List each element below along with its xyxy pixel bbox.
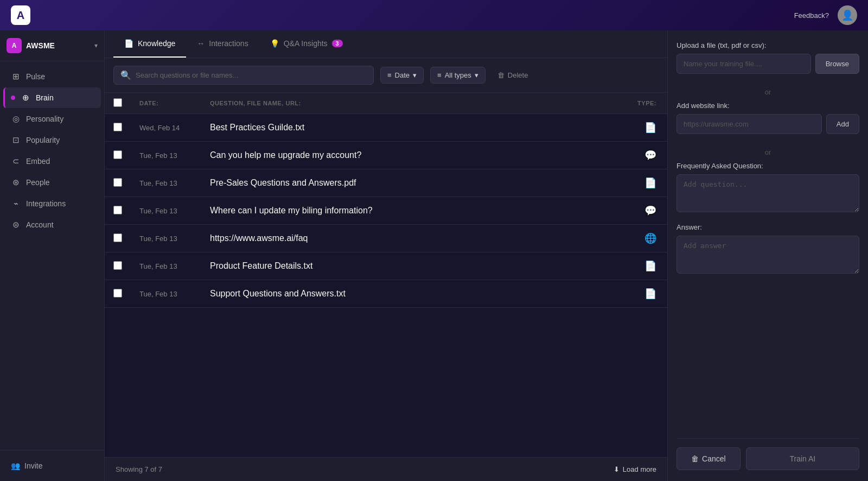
sidebar-item-people[interactable]: ⊛ People [3, 172, 101, 193]
row-name: Product Feature Details.txt [201, 252, 629, 280]
invite-button[interactable]: 👥 Invite [7, 457, 98, 474]
website-link-row: Add [676, 114, 859, 134]
row-date: Tue, Feb 13 [131, 252, 201, 280]
row-date: Tue, Feb 13 [131, 280, 201, 308]
row-checkbox[interactable] [113, 261, 122, 270]
topbar-right: Feedback? 👤 [794, 5, 857, 25]
row-type: 📄 [629, 114, 667, 142]
tab-label: Interactions [209, 39, 248, 48]
avatar[interactable]: 👤 [838, 5, 857, 25]
answer-section: Answer: [676, 223, 859, 276]
name-column-header: QUESTION, FILE NAME, URL: [201, 93, 629, 114]
website-link-section: Add website link: Add [676, 102, 859, 134]
row-checkbox[interactable] [113, 233, 122, 242]
add-website-button[interactable]: Add [826, 114, 859, 134]
type-icon: 🌐 [644, 233, 656, 244]
table-container: DATE: QUESTION, FILE NAME, URL: TYPE: We… [105, 93, 667, 457]
faq-label: Frequently Asked Question: [676, 162, 859, 170]
row-date: Wed, Feb 14 [131, 114, 201, 142]
tab-label: Knowledge [138, 39, 175, 48]
sidebar-item-personality[interactable]: ◎ Personality [3, 109, 101, 129]
sidebar-item-integrations[interactable]: ⌁ Integrations [3, 193, 101, 214]
row-name: Can you help me upgrade my account? [201, 142, 629, 169]
type-filter-icon: ≡ [437, 71, 442, 79]
personality-icon: ◎ [11, 114, 21, 124]
sidebar-item-embed[interactable]: ⊂ Embed [3, 151, 101, 172]
row-name: https://www.awsme.ai/faq [201, 225, 629, 252]
row-checkbox-cell [105, 225, 131, 252]
answer-input[interactable] [676, 236, 859, 274]
delete-button[interactable]: 🗑 Delete [492, 67, 534, 83]
logo: A [11, 5, 30, 25]
row-checkbox[interactable] [113, 150, 122, 159]
train-ai-button[interactable]: Train AI [746, 447, 859, 470]
file-name-input[interactable] [676, 54, 811, 74]
row-date: Tue, Feb 13 [131, 197, 201, 225]
workspace-selector[interactable]: A AWSME ▾ [0, 30, 104, 61]
type-column-header: TYPE: [629, 93, 667, 114]
website-url-input[interactable] [676, 114, 822, 134]
showing-count: Showing 7 of 7 [116, 465, 162, 473]
main-layout: A AWSME ▾ ⊞ Pulse ⊕ Brain ◎ Personality … [0, 30, 868, 481]
row-type: 📄 [629, 280, 667, 308]
row-checkbox-cell [105, 252, 131, 280]
row-type: 📄 [629, 252, 667, 280]
load-more-button[interactable]: ⬇ Load more [614, 465, 656, 473]
table-row: Tue, Feb 13 Pre-Sales Questions and Answ… [105, 169, 667, 197]
sidebar-item-brain[interactable]: ⊕ Brain [3, 87, 101, 108]
pulse-icon: ⊞ [11, 72, 21, 81]
row-checkbox[interactable] [113, 178, 122, 187]
type-icon: 📄 [644, 178, 656, 188]
sidebar-item-account[interactable]: ⊜ Account [3, 214, 101, 235]
row-type: 💬 [629, 142, 667, 169]
sidebar-bottom: 👥 Invite [0, 450, 104, 481]
sidebar-item-label: Popularity [26, 136, 60, 144]
sidebar-item-label: People [26, 178, 50, 187]
sidebar-item-popularity[interactable]: ⊡ Popularity [3, 130, 101, 150]
table-toolbar: 🔍 ≡ Date ▾ ≡ All types ▾ 🗑 Delete [105, 58, 667, 93]
date-column-header: DATE: [131, 93, 201, 114]
cancel-label: Cancel [702, 454, 726, 463]
search-box: 🔍 [113, 66, 374, 85]
active-dot [11, 96, 15, 100]
row-name: Pre-Sales Questions and Answers.pdf [201, 169, 629, 197]
delete-label: Delete [508, 71, 528, 79]
interactions-tab-icon: ↔ [197, 39, 205, 48]
date-filter-button[interactable]: ≡ Date ▾ [380, 67, 424, 84]
tab-interactions[interactable]: ↔ Interactions [186, 30, 259, 58]
row-date: Tue, Feb 13 [131, 169, 201, 197]
sidebar-item-pulse[interactable]: ⊞ Pulse [3, 66, 101, 87]
row-checkbox[interactable] [113, 289, 122, 298]
table-row: Tue, Feb 13 Support Questions and Answer… [105, 280, 667, 308]
row-checkbox-cell [105, 280, 131, 308]
type-icon: 📄 [644, 122, 656, 133]
brain-icon: ⊕ [21, 93, 30, 103]
embed-icon: ⊂ [11, 156, 21, 166]
or-divider-2: or [676, 148, 859, 156]
browse-button[interactable]: Browse [815, 54, 859, 74]
or-divider-1: or [676, 88, 859, 96]
chevron-down-icon: ▾ [413, 71, 417, 79]
knowledge-tab-icon: 📄 [124, 39, 133, 48]
feedback-button[interactable]: Feedback? [794, 11, 829, 20]
row-type: 💬 [629, 197, 667, 225]
faq-section: Frequently Asked Question: [676, 162, 859, 214]
sidebar-item-label: Account [26, 220, 54, 229]
tab-qa-insights[interactable]: 💡 Q&A Insights 3 [259, 30, 354, 58]
tab-knowledge[interactable]: 📄 Knowledge [113, 30, 186, 58]
row-checkbox[interactable] [113, 206, 122, 214]
row-checkbox[interactable] [113, 123, 122, 131]
sidebar-item-label: Integrations [26, 199, 66, 208]
type-icon: 💬 [644, 205, 656, 216]
workspace-name: AWSME [26, 41, 90, 50]
select-all-checkbox[interactable] [113, 98, 122, 107]
search-input[interactable] [136, 71, 367, 79]
topbar: A Feedback? 👤 [0, 0, 868, 30]
table-row: Tue, Feb 13 Product Feature Details.txt … [105, 252, 667, 280]
cancel-icon: 🗑 [691, 454, 699, 463]
tab-label: Q&A Insights [284, 39, 328, 48]
sidebar-item-label: Pulse [26, 72, 45, 81]
type-filter-button[interactable]: ≡ All types ▾ [430, 67, 486, 84]
cancel-button[interactable]: 🗑 Cancel [676, 447, 741, 470]
faq-question-input[interactable] [676, 174, 859, 212]
